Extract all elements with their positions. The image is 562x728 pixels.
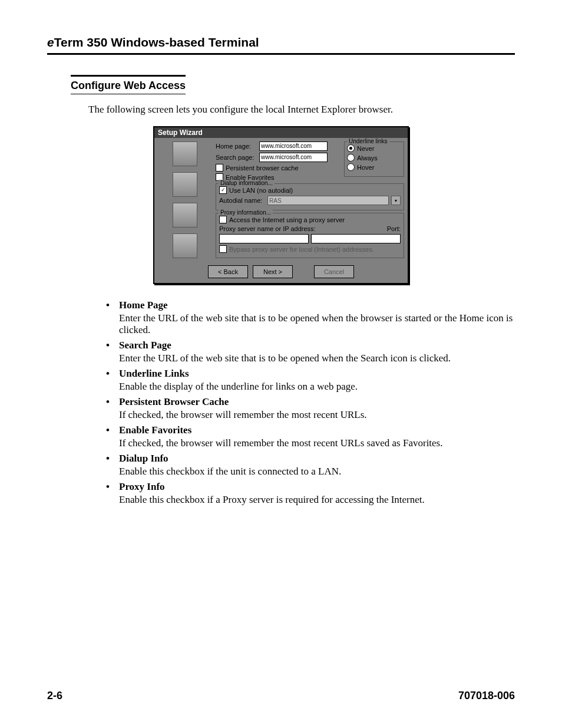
- list-item: •Enable FavoritesIf checked, the browser…: [106, 424, 515, 449]
- bullet-icon: •: [106, 424, 119, 449]
- intro-text: The following screen lets you configure …: [88, 104, 515, 116]
- bullet-title: Persistent Browser Cache: [119, 396, 515, 408]
- list-item: •Dialup InfoEnable this checkbox if the …: [106, 453, 515, 477]
- wizard-step-icon: [173, 172, 197, 197]
- bullet-title: Proxy Info: [119, 481, 515, 493]
- wizard-icon-column: [158, 141, 212, 258]
- section-title: Configure Web Access: [71, 75, 186, 94]
- bullet-title: Dialup Info: [119, 453, 515, 465]
- dialup-group-title: Dialup information...: [219, 180, 275, 186]
- bullet-icon: •: [106, 396, 119, 421]
- bypass-proxy-label: Bypass proxy server for local (Intranet)…: [229, 246, 374, 253]
- wizard-step-icon: [173, 203, 197, 228]
- bullet-desc: Enter the URL of the web site that is to…: [119, 353, 515, 364]
- list-item: •Underline LinksEnable the display of th…: [106, 368, 515, 393]
- bullet-title: Search Page: [119, 340, 515, 351]
- list-item: •Home PageEnter the URL of the web site …: [106, 299, 515, 336]
- use-lan-checkbox[interactable]: ✓: [219, 186, 227, 194]
- list-item: •Proxy InfoEnable this checkbox if a Pro…: [106, 481, 515, 506]
- wizard-step-icon: [173, 141, 197, 166]
- home-page-input[interactable]: www.microsoft.com: [259, 141, 328, 151]
- underline-always-label: Always: [357, 154, 378, 162]
- bullet-desc: If checked, the browser will remember th…: [119, 437, 515, 449]
- bullet-icon: •: [106, 481, 119, 506]
- doc-number: 707018-006: [458, 690, 515, 702]
- bullet-title: Enable Favorites: [119, 424, 515, 436]
- bullet-icon: •: [106, 340, 119, 364]
- bullet-desc: Enable the display of the underline for …: [119, 381, 515, 393]
- bullet-title: Underline Links: [119, 368, 515, 380]
- underline-hover-label: Hover: [357, 164, 374, 171]
- bullet-desc: Enter the URL of the web site that is to…: [119, 312, 515, 336]
- bullet-icon: •: [106, 368, 119, 393]
- cancel-button[interactable]: Cancel: [314, 265, 354, 278]
- bullet-icon: •: [106, 299, 119, 336]
- wizard-step-icon: [173, 233, 197, 258]
- dialup-group: Dialup information... ✓ Use LAN (no auto…: [216, 183, 404, 210]
- underline-never-label: Never: [357, 145, 374, 152]
- running-header: eTerm 350 Windows-based Terminal: [47, 35, 515, 55]
- autodial-combo[interactable]: RAS: [267, 196, 389, 205]
- header-ital: e: [47, 35, 54, 49]
- bullet-desc: Enable this checkbox if the unit is conn…: [119, 466, 515, 477]
- setup-wizard-dialog: Setup Wizard Underline links Never Alway…: [153, 126, 409, 284]
- next-button[interactable]: Next >: [253, 265, 293, 278]
- persistent-cache-checkbox[interactable]: [216, 164, 223, 172]
- bullet-icon: •: [106, 453, 119, 477]
- underline-never-radio[interactable]: [347, 144, 355, 152]
- proxy-group: Proxy information... Access the Internet…: [216, 213, 404, 258]
- list-item: •Persistent Browser CacheIf checked, the…: [106, 396, 515, 421]
- use-proxy-label: Access the Internet using a proxy server: [229, 216, 345, 223]
- proxy-port-label: Port:: [387, 225, 401, 232]
- use-lan-label: Use LAN (no autodial): [229, 187, 293, 194]
- autodial-combo-button[interactable]: ▾: [391, 196, 401, 205]
- underline-hover-radio[interactable]: [347, 163, 355, 171]
- proxy-address-input[interactable]: [219, 234, 309, 243]
- page-number: 2-6: [47, 690, 62, 702]
- proxy-address-label: Proxy server name or IP address:: [219, 225, 385, 232]
- underline-always-radio[interactable]: [347, 154, 355, 162]
- search-page-input[interactable]: www.microsoft.com: [259, 153, 328, 162]
- bullet-title: Home Page: [119, 299, 515, 311]
- back-button[interactable]: < Back: [208, 265, 248, 278]
- proxy-port-input[interactable]: [311, 234, 401, 243]
- header-rest: Term 350 Windows-based Terminal: [54, 35, 259, 49]
- persistent-cache-label: Persistent browser cache: [226, 164, 299, 172]
- underline-group-title: Underline links: [347, 138, 389, 144]
- bullet-desc: Enable this checkbox if a Proxy server i…: [119, 494, 515, 506]
- underline-links-group: Underline links Never Always Hover: [344, 141, 404, 177]
- bullet-list: •Home PageEnter the URL of the web site …: [106, 299, 515, 506]
- use-proxy-checkbox[interactable]: [219, 216, 227, 223]
- search-page-label: Search page:: [216, 154, 257, 161]
- autodial-label: Autodial name:: [219, 197, 265, 204]
- list-item: •Search PageEnter the URL of the web sit…: [106, 340, 515, 364]
- dialog-title: Setup Wizard: [154, 127, 408, 138]
- bypass-proxy-checkbox[interactable]: [219, 245, 227, 253]
- proxy-group-title: Proxy information...: [219, 209, 273, 216]
- bullet-desc: If checked, the browser will remember th…: [119, 409, 515, 421]
- home-page-label: Home page:: [216, 143, 257, 150]
